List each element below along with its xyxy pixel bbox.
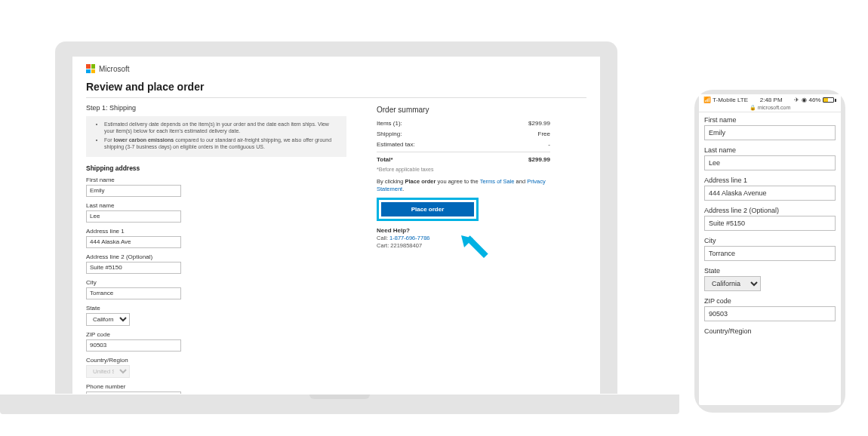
- state-label: State: [86, 305, 346, 312]
- brand-header: Microsoft: [86, 64, 586, 73]
- address-line-2-label: Address line 2 (Optional): [86, 253, 346, 260]
- zip-input[interactable]: [86, 339, 181, 352]
- status-carrier: 📶 T-Mobile LTE: [703, 97, 748, 103]
- shipping-value: Free: [538, 130, 550, 137]
- shipping-label: Shipping:: [377, 130, 402, 137]
- m-address-line-1-input[interactable]: [704, 186, 836, 201]
- brand-name: Microsoft: [99, 65, 130, 73]
- legal-text: By clicking Place order you agree to the…: [377, 178, 550, 193]
- terms-of-sale-link[interactable]: Terms of Sale: [480, 178, 515, 185]
- last-name-input[interactable]: [86, 210, 181, 223]
- before-tax-note: *Before applicable taxes: [377, 167, 550, 172]
- laptop-screen: Microsoft Review and place order Step 1:…: [72, 57, 600, 394]
- lock-icon: 🔒: [749, 105, 756, 111]
- m-address-line-2-input[interactable]: [704, 216, 836, 231]
- shipping-address-heading: Shipping address: [86, 164, 346, 172]
- step-title: Step 1: Shipping: [86, 104, 346, 112]
- phone-status-bar: 📶 T-Mobile LTE 2:48 PM ✈︎ ◉ 46%: [699, 94, 841, 105]
- divider: [86, 97, 586, 98]
- status-time: 2:48 PM: [760, 97, 783, 103]
- summary-divider: [377, 152, 550, 152]
- battery-icon: [823, 97, 836, 103]
- order-summary-column: Order summary Items (1): $299.99 Shippin…: [377, 104, 550, 394]
- m-address-line-1-label: Address line 1: [704, 177, 836, 184]
- browser-url-bar[interactable]: 🔒microsoft.com: [699, 105, 841, 112]
- first-name-input[interactable]: [86, 185, 181, 197]
- m-first-name-input[interactable]: [704, 125, 836, 140]
- total-value: $299.99: [528, 156, 550, 163]
- m-zip-input[interactable]: [704, 306, 836, 321]
- phone-input[interactable]: [86, 391, 181, 394]
- m-zip-label: ZIP code: [704, 297, 836, 305]
- shipping-info-box: Estimated delivery date depends on the i…: [86, 116, 346, 157]
- svg-rect-1: [466, 235, 488, 258]
- country-select: United States: [86, 365, 130, 378]
- m-country-label: Country/Region: [704, 327, 836, 335]
- last-name-label: Last name: [86, 202, 346, 209]
- total-label: Total*: [377, 156, 393, 163]
- tax-value: -: [548, 141, 550, 148]
- address-line-1-input[interactable]: [86, 236, 181, 248]
- m-city-label: City: [704, 237, 836, 244]
- place-order-button[interactable]: Place order: [381, 202, 474, 216]
- callout-arrow-icon: [458, 232, 493, 267]
- cart-id: 2219858407: [390, 242, 422, 249]
- state-select[interactable]: California: [86, 313, 130, 326]
- country-label: Country/Region: [86, 357, 346, 364]
- microsoft-logo-icon: [86, 64, 95, 73]
- laptop-device: Microsoft Review and place order Step 1:…: [55, 41, 617, 394]
- place-order-highlight: Place order: [377, 198, 479, 221]
- url-host: microsoft.com: [758, 105, 791, 110]
- m-state-label: State: [704, 267, 836, 275]
- city-input[interactable]: [86, 287, 181, 299]
- shipping-column: Step 1: Shipping Estimated delivery date…: [86, 104, 346, 394]
- first-name-label: First name: [86, 177, 346, 183]
- items-label: Items (1):: [377, 120, 402, 127]
- status-battery-pct: ◉ 46%: [802, 97, 820, 103]
- phone-label: Phone number: [86, 383, 346, 390]
- info-bullet-carbon: For lower carbon emissions compared to o…: [104, 137, 340, 151]
- laptop-notch: [309, 395, 370, 399]
- zip-label: ZIP code: [86, 331, 346, 338]
- page-title: Review and place order: [86, 81, 586, 93]
- city-label: City: [86, 279, 346, 286]
- address-line-1-label: Address line 1: [86, 228, 346, 235]
- mobile-shipping-form: First name Last name Address line 1 Addr…: [699, 113, 841, 344]
- m-first-name-label: First name: [704, 116, 836, 124]
- order-summary-title: Order summary: [377, 106, 550, 114]
- address-line-2-input[interactable]: [86, 262, 181, 274]
- items-value: $299.99: [528, 120, 550, 127]
- info-bullet-delivery: Estimated delivery date depends on the i…: [104, 121, 340, 135]
- m-state-select[interactable]: California: [704, 276, 761, 291]
- help-phone-link[interactable]: 1-877-696-7786: [389, 235, 429, 241]
- m-last-name-label: Last name: [704, 146, 836, 154]
- m-city-input[interactable]: [704, 246, 836, 261]
- m-address-line-2-label: Address line 2 (Optional): [704, 207, 836, 214]
- m-last-name-input[interactable]: [704, 155, 836, 170]
- phone-screen: 📶 T-Mobile LTE 2:48 PM ✈︎ ◉ 46% 🔒microso…: [699, 94, 841, 405]
- tax-label: Estimated tax:: [377, 141, 415, 148]
- phone-device: 📶 T-Mobile LTE 2:48 PM ✈︎ ◉ 46% 🔒microso…: [694, 90, 845, 413]
